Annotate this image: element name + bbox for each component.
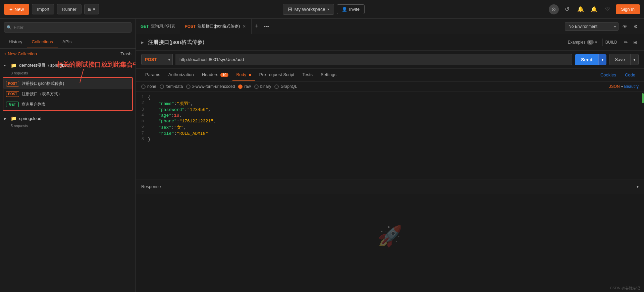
line-number-8: 8 [136,137,148,141]
notification-icon-button[interactable]: 🔔 [576,4,586,14]
tab-headers[interactable]: Headers 10 [198,69,232,81]
code-content-3: "password":"123456", [148,107,644,112]
url-input[interactable] [175,54,572,65]
tab-post-json[interactable]: POST 注册接口(json格式传参) ✕ [180,19,252,34]
env-settings-icon-button[interactable]: ⚙ [631,22,640,31]
code-editor[interactable]: 1 { 2 "name":"项羽", 3 "password":"123456"… [136,92,644,179]
tab-settings[interactable]: Settings [317,69,340,81]
code-line-1: 1 { [136,95,644,100]
format-chevron-icon[interactable]: ▾ [621,85,623,89]
sidebar-tab-history[interactable]: History [4,36,27,48]
radio-urlencoded-label: x-www-form-urlencoded [192,84,235,89]
response-chevron-icon[interactable]: ▾ [637,184,639,189]
refresh-icon-button[interactable]: ↺ [562,4,572,14]
runner-button[interactable]: Runner [57,4,82,14]
body-active-dot [249,74,251,76]
collection-header-springcloud[interactable]: ▶ 📁 springcloud [0,114,136,123]
request-title: 注册接口(json格式传参) [148,39,204,46]
radio-urlencoded[interactable]: x-www-form-urlencoded [186,84,235,89]
tab-cookies[interactable]: Cookies [597,69,620,81]
tab-params[interactable]: Params [141,69,164,81]
radio-none[interactable]: none [141,84,156,89]
radio-graphql-circle[interactable] [274,84,279,89]
build-button[interactable]: BUILD [602,39,620,46]
layout-toggle-button[interactable]: ⊞ [632,38,639,46]
import-button[interactable]: Import [32,4,54,14]
request-tabs: Params Authorization Headers 10 Body Pre… [136,69,644,81]
url-bar: POST GET PUT DELETE PATCH ▾ Send ▾ Save … [136,51,644,69]
json-format-label[interactable]: JSON [609,84,620,89]
radio-none-circle[interactable] [141,84,146,89]
request-expand-icon[interactable]: ▶ [141,41,144,44]
radio-form-data-circle[interactable] [160,84,164,89]
get-tab-name: 查询用户列表 [151,23,175,29]
radio-raw-circle[interactable] [238,84,243,89]
collection-item-get-users[interactable]: GET 查询用户列表 [3,99,132,110]
collection-item-post-form[interactable]: POST 注册接口（表单方式） [3,89,132,99]
new-button[interactable]: + New [4,4,29,15]
save-dropdown-button[interactable]: ▾ [631,54,639,65]
plus-icon: + [9,6,12,12]
sidebar-actions: + New Collection Trash [0,49,136,59]
tab-get-users[interactable]: GET 查询用户列表 [136,19,180,34]
tab-authorization[interactable]: Authorization [164,69,198,81]
radio-binary-circle[interactable] [254,84,259,89]
tab-pre-request-script[interactable]: Pre-request Script [255,69,299,81]
workspace-button[interactable]: ⊞ My Workspace ▾ [283,4,334,15]
tab-tests[interactable]: Tests [299,69,317,81]
workspace-center: ⊞ My Workspace ▾ 👤 Invite [102,4,546,15]
sidebar-tab-collections[interactable]: Collections [27,36,58,48]
no-signal-icon-button[interactable]: ⊘ [549,4,559,14]
signin-button[interactable]: Sign In [616,4,640,14]
env-eye-icon-button[interactable]: 👁 [621,22,629,31]
collection-chevron-icon-2: ▶ [4,117,8,120]
radio-urlencoded-circle[interactable] [186,84,191,89]
collection-group-springcloud: ▶ 📁 springcloud 5 requests [0,114,136,128]
search-input[interactable] [4,22,131,33]
sidebar-tab-apis[interactable]: APIs [58,36,76,48]
send-button[interactable]: Send [575,54,598,65]
layout-button[interactable]: ⊞ ▾ [84,4,99,14]
collection-name-demotest: demotest项目（springboot） [19,62,75,68]
collection-item-post-json[interactable]: POST 注册接口(json格式传参) [3,78,132,89]
collection-header-demotest[interactable]: ▾ 📁 demotest项目（springboot） [0,60,136,70]
code-line-5: 5 "phone":"17612212321", [136,118,644,124]
tab-body[interactable]: Body [232,69,255,81]
trash-button[interactable]: Trash [120,51,131,56]
response-section[interactable]: Response ▾ [136,179,644,194]
radio-none-label: none [147,84,156,89]
send-dropdown-button[interactable]: ▾ [598,54,606,65]
tab-close-button[interactable]: ✕ [242,24,247,29]
request-header: ▶ 注册接口(json格式传参) Examples 0 ▾ BUILD ✏ ⊞ [136,34,644,51]
collections-list: ▾ 📁 demotest项目（springboot） 3 requests 相关… [0,59,136,292]
radio-graphql[interactable]: GraphQL [274,84,297,89]
invite-button[interactable]: 👤 Invite [337,4,365,14]
new-collection-button[interactable]: + New Collection [4,51,37,56]
code-scrollbar[interactable] [641,92,644,179]
folder-icon: 📁 [11,63,16,68]
bell-icon-button[interactable]: 🔔 [589,4,599,14]
method-select[interactable]: POST GET PUT DELETE PATCH [141,54,173,65]
beautify-button[interactable]: Beautify [624,84,639,89]
chevron-down-icon: ▾ [93,7,95,12]
more-tabs-button[interactable]: ••• [262,24,271,29]
examples-button[interactable]: Examples 0 ▾ [568,40,597,45]
line-number-1: 1 [136,95,148,100]
edit-icon-button[interactable]: ✏ [623,38,629,46]
response-title: Response [141,184,161,189]
collection-count-springcloud: 5 requests [0,123,136,128]
radio-raw[interactable]: raw [238,84,251,89]
top-toolbar: + New Import Runner ⊞ ▾ ⊞ My Workspace ▾… [0,0,644,19]
radio-form-data-label: form-data [166,84,183,89]
item-name-post-form: 注册接口（表单方式） [22,91,62,97]
add-tab-button[interactable]: + [252,23,262,30]
toolbar-right: ⊘ ↺ 🔔 🔔 ♡ Sign In [549,4,640,14]
code-content-6: "sex":"女", [148,124,644,130]
save-button[interactable]: Save [609,54,631,65]
radio-form-data[interactable]: form-data [160,84,183,89]
tabs-bar: GET 查询用户列表 POST 注册接口(json格式传参) ✕ + ••• N… [136,19,644,34]
environment-select[interactable]: No Environment [565,22,619,31]
tab-code[interactable]: Code [622,69,639,81]
heart-icon-button[interactable]: ♡ [602,4,612,14]
radio-binary[interactable]: binary [254,84,271,89]
